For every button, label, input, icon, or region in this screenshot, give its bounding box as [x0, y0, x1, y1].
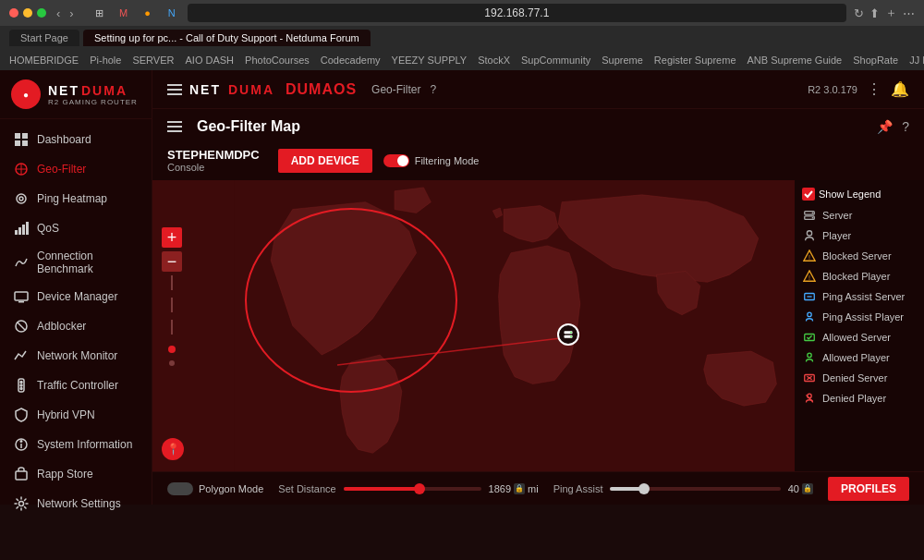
ping-assist-track[interactable]	[610, 487, 780, 491]
bookmark-aiodash[interactable]: AIO DASH	[185, 55, 234, 66]
browser-nav: ‹ ›	[54, 6, 77, 20]
sidebar-item-device-manager[interactable]: Device Manager	[0, 282, 152, 311]
bookmark-photocourses[interactable]: PhotoCourses	[245, 55, 310, 66]
qos-icon	[13, 220, 30, 237]
map-menu-icon[interactable]	[167, 121, 182, 132]
dot-close[interactable]	[9, 8, 18, 18]
topbar-right: R2 3.0.179 ⋮ 🔔	[808, 80, 909, 98]
more-button[interactable]: ⋯	[903, 6, 915, 20]
main-area: NET DUMA DUMAOS Geo-Filter ? R2 3.0.179 …	[152, 70, 924, 505]
bookmark-codecademy[interactable]: Codecademy	[321, 55, 381, 66]
geo-filter-icon	[13, 161, 30, 177]
back-button[interactable]: ‹	[54, 6, 63, 20]
sidebar-logo: ● NET DUMA R2 GAMING ROUTER	[0, 70, 152, 119]
sidebar-label-connection-benchmark: Connection Benchmark	[37, 250, 139, 275]
set-distance-thumb[interactable]	[414, 483, 425, 494]
polygon-mode-toggle[interactable]	[167, 482, 193, 495]
show-legend-checkbox[interactable]	[802, 188, 815, 201]
set-distance-track[interactable]	[344, 487, 481, 491]
zoom-dot-1	[168, 346, 176, 353]
sidebar-item-rapp-store[interactable]: Rapp Store	[0, 459, 152, 489]
location-pin[interactable]: 📍	[162, 438, 184, 460]
dot-maximize[interactable]	[37, 8, 46, 18]
svg-point-35	[812, 217, 814, 219]
topbar-os: DUMAOS	[286, 81, 357, 98]
extension-icon-2: ●	[140, 5, 156, 21]
svg-rect-12	[26, 222, 29, 235]
ping-assist-thumb[interactable]	[638, 483, 650, 494]
svg-rect-11	[22, 225, 25, 235]
sidebar-item-hybrid-vpn[interactable]: Hybrid VPN	[0, 400, 152, 430]
tab-start-page[interactable]: Start Page	[9, 30, 79, 46]
svg-point-20	[20, 388, 22, 390]
svg-point-45	[808, 353, 811, 357]
svg-point-34	[812, 213, 814, 214]
sidebar-item-system-info[interactable]: System Information	[0, 430, 152, 459]
sidebar-item-ping-heatmap[interactable]: Ping Heatmap	[0, 184, 152, 213]
bookmark-anb[interactable]: ANB Supreme Guide	[748, 55, 843, 66]
help-circle-icon[interactable]: ?	[902, 119, 909, 134]
bookmark-sup-community[interactable]: SupCommunity	[521, 55, 590, 66]
bookmark-yeezy[interactable]: YEEZY SUPPLY	[392, 55, 468, 66]
hybrid-vpn-icon	[13, 407, 30, 423]
svg-rect-0	[15, 133, 20, 139]
topbar-more-button[interactable]: ⋮	[867, 80, 881, 98]
hamburger-menu[interactable]	[167, 84, 182, 95]
address-bar[interactable]: 192.168.77.1	[188, 4, 846, 22]
allowed-server-legend-icon	[802, 330, 817, 345]
share-button[interactable]: ⬆	[869, 6, 880, 20]
main-header-icons: 📌 ?	[877, 119, 909, 134]
logo-duma: DUMA	[81, 83, 128, 98]
pin-icon[interactable]: 📌	[877, 119, 893, 134]
sidebar-item-traffic-controller[interactable]: Traffic Controller	[0, 371, 152, 400]
legend-blocked-player: ! Blocked Player	[802, 267, 917, 286]
map-server-marker[interactable]	[557, 323, 579, 346]
device-manager-icon	[13, 288, 30, 305]
sidebar-item-network-monitor[interactable]: Network Monitor	[0, 341, 152, 371]
sidebar-label-device-manager: Device Manager	[37, 290, 117, 303]
bookmark-shoprate[interactable]: ShopRate	[853, 55, 898, 66]
ping-lock-icon[interactable]: 🔒	[802, 483, 813, 494]
sidebar-item-dashboard[interactable]: Dashboard	[0, 125, 152, 154]
zoom-divider	[171, 275, 173, 290]
sidebar-item-geo-filter[interactable]: Geo-Filter	[0, 154, 152, 184]
legend-ping-assist-server: Ping Assist Server	[802, 287, 917, 306]
browser-dots	[9, 8, 46, 18]
bookmark-supreme[interactable]: Supreme	[602, 55, 643, 66]
notification-icon[interactable]: 🔔	[891, 80, 909, 98]
sidebar-item-qos[interactable]: QoS	[0, 213, 152, 243]
zoom-dot-2	[169, 360, 175, 366]
sidebar-item-adblocker[interactable]: Adblocker	[0, 311, 152, 341]
dot-minimize[interactable]	[23, 8, 32, 18]
sidebar-item-connection-benchmark[interactable]: Connection Benchmark	[0, 243, 152, 282]
bookmark-server[interactable]: SERVER	[132, 55, 174, 66]
bookmark-jj-blackboard[interactable]: JJ Blackboard	[909, 55, 924, 66]
bookmark-pihole[interactable]: Pi-hole	[90, 55, 121, 66]
tab-active[interactable]: Setting up for pc... - Call of Duty Supp…	[83, 30, 371, 46]
new-tab-button[interactable]: ＋	[885, 5, 897, 21]
show-legend-label: Show Legend	[819, 189, 881, 200]
set-distance-value: 1869 🔒 mi	[489, 483, 539, 494]
refresh-button[interactable]: ↻	[854, 6, 864, 20]
svg-point-25	[19, 502, 24, 506]
distance-lock-icon[interactable]: 🔒	[514, 483, 525, 494]
profiles-button[interactable]: PROFILES	[828, 477, 909, 501]
device-type: Console	[167, 162, 260, 173]
toggle-knob	[397, 155, 408, 166]
legend-server: Server	[802, 206, 917, 225]
ping-assist-server-legend-icon	[802, 289, 817, 304]
svg-point-7	[17, 194, 26, 203]
sidebar-item-network-settings[interactable]: Network Settings	[0, 489, 152, 518]
polygon-mode-section: Polygon Mode	[167, 482, 263, 495]
filtering-mode-toggle[interactable]	[383, 154, 409, 167]
set-distance-label: Set Distance	[278, 483, 335, 494]
zoom-out-button[interactable]: −	[162, 251, 182, 272]
bookmark-homebridge[interactable]: HOMEBRIDGE	[9, 55, 79, 66]
logo-router-text: R2 GAMING ROUTER	[48, 98, 138, 106]
forward-button[interactable]: ›	[67, 6, 76, 20]
help-icon[interactable]: ?	[430, 83, 436, 96]
add-device-button[interactable]: ADD DEVICE	[278, 149, 372, 173]
zoom-in-button[interactable]: +	[162, 227, 182, 248]
bookmark-stockx[interactable]: StockX	[478, 55, 510, 66]
bookmark-register-supreme[interactable]: Register Supreme	[654, 55, 736, 66]
